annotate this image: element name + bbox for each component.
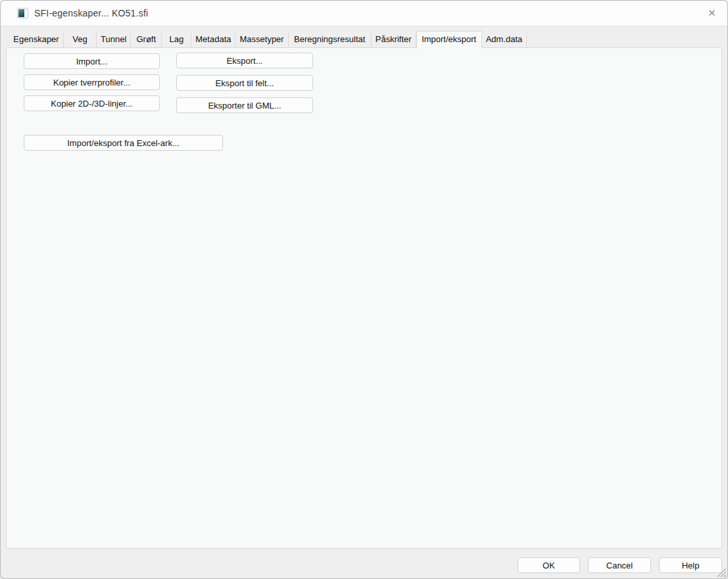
cancel-button[interactable]: Cancel — [588, 557, 651, 573]
tab-egenskaper[interactable]: Egenskaper — [9, 32, 64, 47]
tab-lag[interactable]: Lag — [162, 32, 191, 47]
tab-groft[interactable]: Grøft — [131, 32, 162, 47]
ok-button[interactable]: OK — [518, 557, 580, 573]
resize-grip-icon[interactable] — [716, 567, 726, 577]
import-button[interactable]: Import... — [24, 53, 160, 69]
window-title: SFI-egenskaper... KO51.sfi — [34, 8, 148, 18]
close-icon: ✕ — [708, 7, 716, 19]
app-document-icon — [17, 8, 28, 18]
help-button[interactable]: Help — [659, 557, 722, 573]
eksport-button[interactable]: Eksport... — [176, 53, 313, 68]
eksport-til-felt-button[interactable]: Eksport til felt... — [176, 75, 313, 91]
tab-paskrifter[interactable]: Påskrifter — [372, 32, 416, 47]
kopier-tverrprofiler-button[interactable]: Kopier tverrprofiler... — [24, 74, 160, 90]
import-eksport-excel-button[interactable]: Import/eksport fra Excel-ark... — [24, 135, 223, 151]
tab-adm-data[interactable]: Adm.data — [482, 32, 527, 47]
close-button[interactable]: ✕ — [696, 1, 727, 26]
title-bar[interactable]: SFI-egenskaper... KO51.sfi ✕ — [1, 1, 727, 26]
tab-metadata[interactable]: Metadata — [191, 32, 235, 47]
tab-tunnel[interactable]: Tunnel — [97, 32, 131, 47]
tab-beregningsresultat[interactable]: Beregningsresultat — [289, 32, 372, 47]
tab-veg[interactable]: Veg — [64, 32, 97, 47]
tab-strip: Egenskaper Veg Tunnel Grøft Lag Metadata… — [9, 32, 527, 47]
kopier-2d-3d-linjer-button[interactable]: Kopier 2D-/3D-linjer... — [24, 95, 160, 111]
tab-page-import-eksport: Import... Eksport... Kopier tverrprofile… — [6, 47, 722, 549]
dialog-window: SFI-egenskaper... KO51.sfi ✕ Egenskaper … — [0, 0, 728, 579]
tab-massetyper[interactable]: Massetyper — [235, 32, 288, 47]
eksporter-til-gml-button[interactable]: Eksporter til GML... — [176, 97, 313, 113]
tab-import-eksport[interactable]: Import/eksport — [416, 31, 482, 49]
